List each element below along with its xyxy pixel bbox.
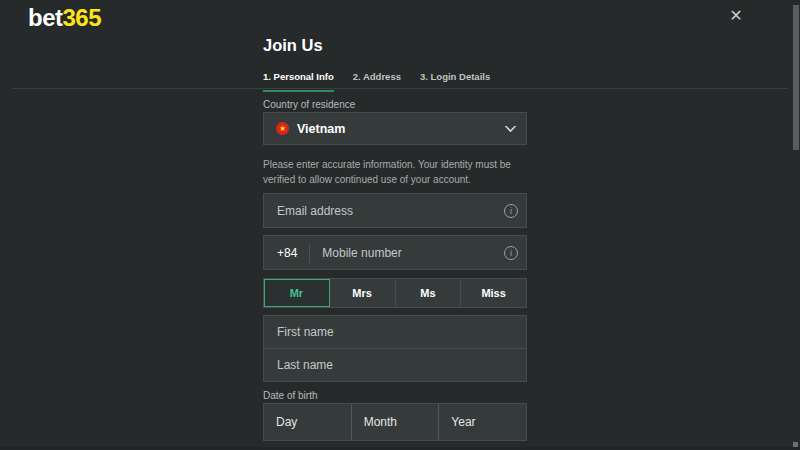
first-name-input[interactable] [264,316,526,348]
chevron-down-icon [505,125,516,132]
mobile-input[interactable] [310,236,526,269]
bet365-logo[interactable]: bet365 [28,4,101,32]
title-option-miss[interactable]: Miss [461,279,526,307]
dial-code-prefix: +84 [264,246,309,260]
dob-month-select[interactable]: Month [352,404,440,440]
logo-365-text: 365 [63,4,102,31]
title-option-ms[interactable]: Ms [396,279,462,307]
country-value: Vietnam [297,122,345,136]
logo-bet-text: bet [28,4,63,31]
dob-year-select[interactable]: Year [439,404,526,440]
dob-label: Date of birth [263,390,317,401]
email-info-icon[interactable]: i [504,204,518,218]
last-name-field[interactable] [264,349,526,381]
title-option-mrs[interactable]: Mrs [330,279,396,307]
first-name-field[interactable] [264,316,526,348]
country-label: Country of residence [263,99,355,110]
name-fields-group [263,315,527,382]
dob-day-select[interactable]: Day [264,404,352,440]
last-name-input[interactable] [264,349,526,381]
vietnam-flag-icon: ★ [276,122,289,135]
country-select[interactable]: ★ Vietnam [263,112,527,145]
tabs-divider [12,88,788,89]
email-input[interactable] [264,194,526,227]
email-field[interactable]: i [263,193,527,228]
dob-fields-group: Day Month Year [263,403,527,441]
title-option-mr[interactable]: Mr [264,279,330,307]
scrollbar-track[interactable] [792,0,800,450]
bottom-divider [0,447,800,449]
close-icon[interactable]: ✕ [727,7,745,25]
page-title: Join Us [263,36,323,55]
mobile-info-icon[interactable]: i [504,246,518,260]
identity-notice: Please enter accurate information. Your … [263,157,531,187]
scrollbar-thumb[interactable] [793,5,799,150]
registration-page: bet365 ✕ Join Us 1. Personal Info 2. Add… [0,0,800,450]
title-segmented-control: Mr Mrs Ms Miss [263,278,527,308]
mobile-field[interactable]: +84 i [263,235,527,270]
